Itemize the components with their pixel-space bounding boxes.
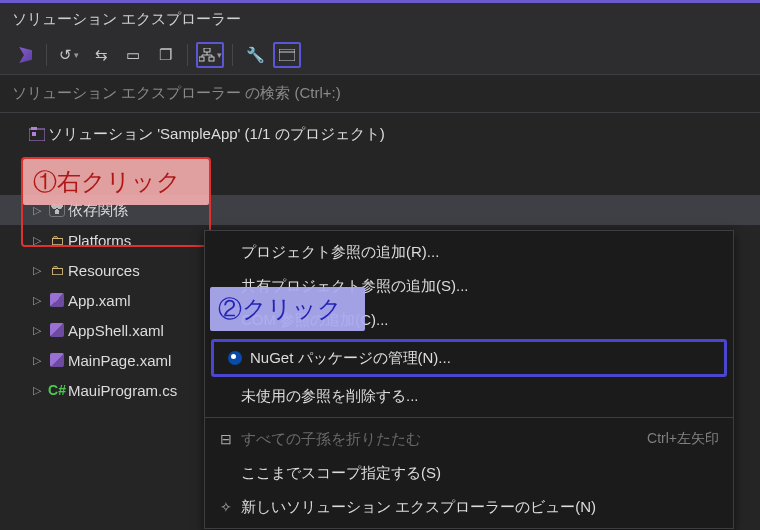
menu-collapse-descendants: ⊟ すべての子孫を折りたたむ Ctrl+左矢印 [205,422,733,456]
context-menu: プロジェクト参照の追加(R)... 共有プロジェクト参照の追加(S)... CO… [204,230,734,529]
tree-label: Platforms [68,232,131,249]
expand-icon[interactable]: ▷ [28,264,46,277]
toolbar: ↺ ⇆ ▭ ❐ 🔧 [0,36,760,75]
solution-node[interactable]: ソリューション 'SampleApp' (1/1 のプロジェクト) [0,119,760,149]
tree-label: ソリューション 'SampleApp' (1/1 のプロジェクト) [48,125,385,144]
hierarchy-button[interactable] [196,42,224,68]
annotation-label-2: ②クリック [210,287,365,331]
nuget-icon [220,351,250,365]
toolbar-separator [46,44,47,66]
tree-label: MauiProgram.cs [68,382,177,399]
xaml-icon [46,293,68,307]
expand-icon[interactable]: ▷ [28,294,46,307]
search-input[interactable]: ソリューション エクスプローラー の検索 (Ctrl+:) [0,75,760,113]
menu-add-project-reference[interactable]: プロジェクト参照の追加(R)... [205,235,733,269]
menu-separator [205,417,733,418]
menu-shortcut: Ctrl+左矢印 [647,430,719,448]
tree-label: App.xaml [68,292,131,309]
menu-scope-here[interactable]: ここまでスコープ指定する(S) [205,456,733,490]
collapse-button[interactable]: ▭ [119,42,147,68]
collapse-icon: ⊟ [211,431,241,447]
preview-button[interactable] [273,42,301,68]
annotation-label-1: ①右クリック [23,159,209,205]
svg-rect-7 [32,132,36,136]
xaml-icon [46,353,68,367]
svg-rect-2 [209,57,214,61]
toolbar-separator [187,44,188,66]
svg-rect-0 [204,48,210,52]
toolbar-separator [232,44,233,66]
menu-label: 未使用の参照を削除する... [241,387,719,406]
svg-rect-5 [29,129,45,141]
panel-title: ソリューション エクスプローラー [0,3,760,36]
tree-label: MainPage.xaml [68,352,171,369]
menu-label: プロジェクト参照の追加(R)... [241,243,719,262]
svg-rect-1 [199,57,204,61]
xaml-icon [46,323,68,337]
menu-label: すべての子孫を折りたたむ [241,430,647,449]
properties-button[interactable]: 🔧 [241,42,269,68]
menu-label: NuGet パッケージの管理(N)... [250,349,710,368]
history-button[interactable]: ↺ [55,42,83,68]
vs-home-icon[interactable] [10,42,38,68]
menu-label: 新しいソリューション エクスプローラーのビュー(N) [241,498,719,517]
csharp-icon: C# [46,382,68,398]
folder-icon: 🗀 [46,232,68,248]
menu-manage-nuget[interactable]: NuGet パッケージの管理(N)... [211,339,727,377]
tree-label: AppShell.xaml [68,322,164,339]
solution-icon [26,127,48,141]
new-view-icon: ✧ [211,499,241,515]
expand-icon[interactable]: ▷ [28,354,46,367]
svg-rect-3 [279,49,295,61]
expand-icon[interactable]: ▷ [28,384,46,397]
menu-label: ここまでスコープ指定する(S) [241,464,719,483]
folder-icon: 🗀 [46,262,68,278]
expand-icon[interactable]: ▷ [28,324,46,337]
menu-remove-unused[interactable]: 未使用の参照を削除する... [205,379,733,413]
tree-label: Resources [68,262,140,279]
menu-new-explorer-view[interactable]: ✧ 新しいソリューション エクスプローラーのビュー(N) [205,490,733,524]
copy-button[interactable]: ❐ [151,42,179,68]
sync-button[interactable]: ⇆ [87,42,115,68]
expand-icon[interactable]: ▷ [28,204,46,217]
svg-rect-6 [31,127,37,130]
expand-icon[interactable]: ▷ [28,234,46,247]
